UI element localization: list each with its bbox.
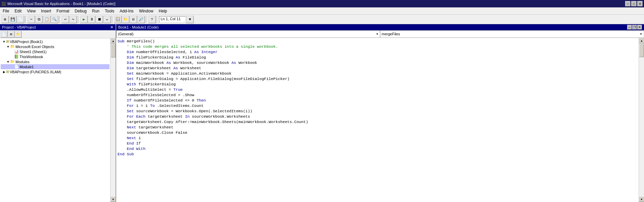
code-line: Set sourceWorkbook = Workbooks.Open(.Sel… xyxy=(118,109,637,114)
minimize-button[interactable]: ─ xyxy=(625,1,631,6)
toolbar-copy[interactable]: ⧉ xyxy=(35,16,43,23)
title-bar-left: ⬛ Microsoft Visual Basic for Application… xyxy=(1,2,116,6)
menu-file[interactable]: File xyxy=(0,7,12,14)
expand-icon-funcres[interactable]: ▶ xyxy=(2,70,6,74)
toolbar-project[interactable]: 📁 xyxy=(122,16,129,23)
toggle-folders-button[interactable]: 📁 xyxy=(15,31,22,38)
menu-tools[interactable]: Tools xyxy=(102,7,117,14)
toolbar-design[interactable]: ✏ xyxy=(103,16,111,23)
tree-label-thisworkbook: ThisWorkbook xyxy=(20,55,43,59)
code-line: For i = 1 To .SelectedItems.Count xyxy=(118,103,637,109)
tree-item-funcres[interactable]: ▶ ⊞ VBAProject (FUNCRES.XLAM) xyxy=(1,69,109,74)
code-scroll-track xyxy=(639,43,644,197)
code-line: sourceWorkbook.Close False xyxy=(118,130,637,135)
code-scrollbar[interactable]: ▲ ▼ xyxy=(639,38,644,202)
close-button[interactable]: ✕ xyxy=(637,1,643,6)
expand-icon-sheet1 xyxy=(10,50,14,53)
menu-insert[interactable]: Insert xyxy=(38,7,54,14)
code-line: Sub mergeFiles() xyxy=(118,39,637,44)
inner-restore-btn[interactable]: ❐ xyxy=(632,25,637,30)
code-scroll-down[interactable]: ▼ xyxy=(639,197,644,202)
scroll-track xyxy=(110,44,116,197)
procedure-dropdown[interactable]: mergeFiles ▼ xyxy=(380,30,644,38)
tree-item-module1[interactable]: 📄 Module1 xyxy=(1,64,109,69)
tree-item-sheet1[interactable]: 📊 Sheet1 (Sheet1) xyxy=(1,49,109,54)
code-line: End With xyxy=(118,146,637,152)
toolbar-pos-dropdown[interactable]: ▼ xyxy=(186,16,194,23)
general-dropdown-arrow: ▼ xyxy=(376,33,379,36)
code-line: Set filePickerDialog = Application.FileD… xyxy=(118,76,637,82)
project-pane-scrollbar[interactable]: ▲ ▼ xyxy=(110,38,116,202)
title-bar-controls: ─ □ ✕ xyxy=(625,1,643,6)
toolbar: ⊞ 💾 📄 ✂ ⧉ 📋 🔍 ↩ ↪ ▶ ⏸ ⏹ ✏ 🪟 📁 ⊟ 🔎 ? Ln 1… xyxy=(0,15,644,24)
tree-item-modules[interactable]: ▼ 📁 Modules xyxy=(1,59,109,64)
toolbar-cut[interactable]: ✂ xyxy=(28,16,35,23)
inner-title-label: Book1 - Module1 (Code) xyxy=(118,25,159,29)
project-pane-label: Project - VBAProject xyxy=(2,25,36,29)
code-line: If numberOfFilesSelected <> 0 Then xyxy=(118,98,637,103)
toolbar-view-object[interactable]: ⊞ xyxy=(1,16,9,23)
scroll-up-btn[interactable]: ▲ xyxy=(110,38,116,44)
expand-icon-excel-objects[interactable]: ▼ xyxy=(6,45,10,48)
code-scroll-thumb[interactable] xyxy=(639,44,644,57)
code-line: Dim numberOfFilesSelected, i As Integer xyxy=(118,49,637,55)
code-line: Next targetWorksheet xyxy=(118,125,637,130)
menu-format[interactable]: Format xyxy=(54,7,72,14)
toolbar-save[interactable]: 💾 xyxy=(9,16,17,23)
toolbar-properties[interactable]: ⊟ xyxy=(130,16,137,23)
code-line: Dim filePickerDialog As FileDialog xyxy=(118,55,637,60)
menu-help[interactable]: Help xyxy=(156,7,170,14)
inner-minimize-btn[interactable]: ─ xyxy=(627,25,632,30)
code-line: Dim targetWorksheet As Worksheet xyxy=(118,66,637,71)
tree-item-thisworkbook[interactable]: 📗 ThisWorkbook xyxy=(1,54,109,59)
code-line: .AllowMultiSelect = True xyxy=(118,87,637,92)
maximize-button[interactable]: □ xyxy=(631,1,637,6)
project-tree: ▼ ⊞ VBAProject (Book1) ▼ 📁 Microsoft Exc… xyxy=(0,38,110,202)
code-scroll-up[interactable]: ▲ xyxy=(639,38,644,43)
toolbar-objectbrowser[interactable]: 🔎 xyxy=(137,16,145,23)
code-line: For Each targetWorksheet In sourceWorkbo… xyxy=(118,114,637,119)
toolbar-run[interactable]: ▶ xyxy=(80,16,88,23)
toolbar-break[interactable]: ⏸ xyxy=(88,16,95,23)
menu-addins[interactable]: Add-Ins xyxy=(117,7,136,14)
view-object-button[interactable]: ⊞ xyxy=(8,31,14,38)
procedure-dropdown-arrow: ▼ xyxy=(640,33,642,36)
toolbar-insert-module[interactable]: 📄 xyxy=(17,16,24,23)
code-line: End If xyxy=(118,141,637,146)
expand-icon-modules[interactable]: ▼ xyxy=(6,60,10,64)
toolbar-redo[interactable]: ↪ xyxy=(69,16,77,23)
menu-window[interactable]: Window xyxy=(136,7,156,14)
title-bar: ⬛ Microsoft Visual Basic for Application… xyxy=(0,0,644,7)
expand-icon-book1[interactable]: ▼ xyxy=(2,40,6,43)
tree-label-sheet1: Sheet1 (Sheet1) xyxy=(20,50,46,54)
menu-view[interactable]: View xyxy=(24,7,38,14)
toolbar-sep1 xyxy=(25,16,27,23)
view-code-button[interactable]: 📄 xyxy=(1,31,7,38)
project-pane-close[interactable]: ✕ xyxy=(110,25,114,30)
menu-run[interactable]: Run xyxy=(89,7,102,14)
scroll-down-btn[interactable]: ▼ xyxy=(110,197,116,202)
tree-item-excel-objects[interactable]: ▼ 📁 Microsoft Excel Objects xyxy=(1,44,109,49)
inner-title-bar: Book1 - Module1 (Code) ─ ❐ ✕ xyxy=(116,24,644,30)
tree-label-book1: VBAProject (Book1) xyxy=(10,40,43,44)
main-layout: Project - VBAProject ✕ 📄 ⊞ 📁 ▼ ⊞ VBAProj… xyxy=(0,24,644,202)
toolbar-sep5 xyxy=(146,16,147,23)
toolbar-reset[interactable]: ⏹ xyxy=(96,16,103,23)
menu-debug[interactable]: Debug xyxy=(72,7,89,14)
code-pane: Book1 - Module1 (Code) ─ ❐ ✕ (General) ▼… xyxy=(116,24,644,202)
toolbar-undo[interactable]: ↩ xyxy=(62,16,69,23)
inner-close-btn[interactable]: ✕ xyxy=(637,25,642,30)
general-dropdown-label: (General) xyxy=(118,32,133,36)
tree-label-module1: Module1 xyxy=(20,65,34,69)
project-pane-title: Project - VBAProject ✕ xyxy=(0,24,116,30)
code-editor[interactable]: Sub mergeFiles() ' This code merges all … xyxy=(116,38,639,202)
toolbar-find[interactable]: 🔍 xyxy=(51,16,58,23)
scroll-thumb[interactable] xyxy=(111,44,116,57)
toolbar-help[interactable]: ? xyxy=(148,16,156,23)
general-dropdown[interactable]: (General) ▼ xyxy=(116,30,380,38)
tree-item-vbaproject-book1[interactable]: ▼ ⊞ VBAProject (Book1) xyxy=(1,39,109,44)
toolbar-userform[interactable]: 🪟 xyxy=(114,16,122,23)
toolbar-paste[interactable]: 📋 xyxy=(43,16,51,23)
menu-edit[interactable]: Edit xyxy=(12,7,24,14)
project-pane: Project - VBAProject ✕ 📄 ⊞ 📁 ▼ ⊞ VBAProj… xyxy=(0,24,116,202)
